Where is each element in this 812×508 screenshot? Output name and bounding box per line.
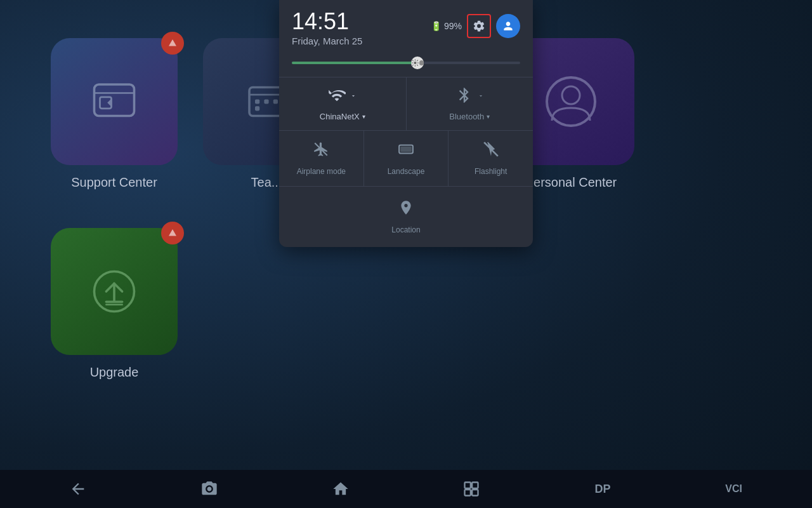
- svg-rect-21: [472, 483, 478, 488]
- airplane-icon: [313, 141, 329, 162]
- svg-point-10: [562, 86, 580, 104]
- location-toggle[interactable]: Location: [379, 193, 433, 241]
- app-icon-upgrade: [51, 228, 178, 355]
- wifi-icon: [328, 86, 357, 108]
- brightness-row: [279, 51, 533, 77]
- dp-label: DP: [594, 483, 610, 496]
- app-label-personal: Personal Center: [525, 175, 617, 190]
- settings-button[interactable]: [467, 14, 491, 38]
- landscape-toggle[interactable]: Landscape: [364, 131, 449, 186]
- app-support-center[interactable]: Support Center: [51, 38, 178, 190]
- bluetooth-dropdown-arrow: ▾: [487, 113, 490, 120]
- brightness-thumb: [411, 57, 424, 69]
- wifi-dropdown-arrow: ▾: [362, 113, 365, 120]
- svg-rect-7: [273, 99, 278, 104]
- app-upgrade[interactable]: Upgrade: [51, 228, 178, 380]
- time-display: 14:51: [292, 10, 362, 33]
- badge-upgrade: [161, 222, 184, 244]
- camera-button[interactable]: [193, 473, 225, 505]
- app-label-team: Tea...: [251, 175, 282, 190]
- app-icon-support: [51, 38, 178, 165]
- svg-rect-5: [255, 99, 259, 104]
- vci-button[interactable]: VCI: [718, 473, 750, 505]
- flashlight-label: Flashlight: [475, 167, 507, 176]
- vci-label: VCI: [725, 483, 742, 495]
- brightness-slider[interactable]: [292, 57, 520, 69]
- airplane-mode-toggle[interactable]: Airplane mode: [279, 131, 364, 186]
- airplane-label: Airplane mode: [297, 167, 346, 176]
- taskbar: DP VCI: [0, 470, 812, 508]
- brightness-fill: [292, 62, 417, 64]
- svg-rect-17: [400, 147, 411, 152]
- bluetooth-label: Bluetooth ▾: [449, 112, 490, 121]
- wifi-label: ChinaNetX ▾: [320, 112, 365, 121]
- back-button[interactable]: [62, 473, 94, 505]
- time-block: 14:51 Friday, March 25: [292, 10, 362, 46]
- date-display: Friday, March 25: [292, 36, 362, 46]
- battery-info: 🔋 99%: [431, 21, 462, 31]
- quick-settings-panel: 14:51 Friday, March 25 🔋 99%: [279, 0, 533, 247]
- svg-rect-23: [472, 490, 478, 495]
- network-row: ChinaNetX ▾ Bluetooth ▾: [279, 77, 533, 131]
- svg-point-9: [547, 77, 595, 126]
- flashlight-icon: [483, 141, 499, 162]
- recents-button[interactable]: [455, 473, 487, 505]
- battery-percent: 99%: [444, 21, 462, 31]
- svg-rect-20: [465, 483, 471, 488]
- bluetooth-name: Bluetooth: [449, 112, 484, 121]
- svg-rect-6: [264, 99, 268, 104]
- brightness-track: [292, 62, 520, 64]
- location-icon: [398, 199, 414, 220]
- wifi-name: ChinaNetX: [320, 112, 360, 121]
- dp-button[interactable]: DP: [587, 473, 619, 505]
- panel-header: 14:51 Friday, March 25 🔋 99%: [279, 0, 533, 51]
- profile-button[interactable]: [496, 14, 520, 38]
- landscape-label: Landscape: [388, 167, 425, 176]
- badge-support: [161, 32, 184, 55]
- wifi-item[interactable]: ChinaNetX ▾: [279, 77, 406, 131]
- svg-rect-8: [255, 106, 259, 110]
- battery-icon: 🔋: [431, 21, 442, 31]
- svg-point-14: [414, 62, 416, 64]
- home-button[interactable]: [325, 473, 357, 505]
- landscape-icon: [398, 141, 414, 162]
- header-icons: 🔋 99%: [431, 14, 520, 38]
- svg-rect-22: [465, 490, 471, 495]
- location-row: Location: [279, 187, 533, 247]
- toggles-row: Airplane mode Landscape Flashlight: [279, 131, 533, 187]
- flashlight-toggle[interactable]: Flashlight: [449, 131, 533, 186]
- app-label-support: Support Center: [71, 175, 157, 190]
- app-label-upgrade: Upgrade: [90, 365, 139, 380]
- bluetooth-icon: [455, 86, 484, 108]
- location-label: Location: [391, 225, 420, 234]
- bluetooth-item[interactable]: Bluetooth ▾: [406, 77, 534, 131]
